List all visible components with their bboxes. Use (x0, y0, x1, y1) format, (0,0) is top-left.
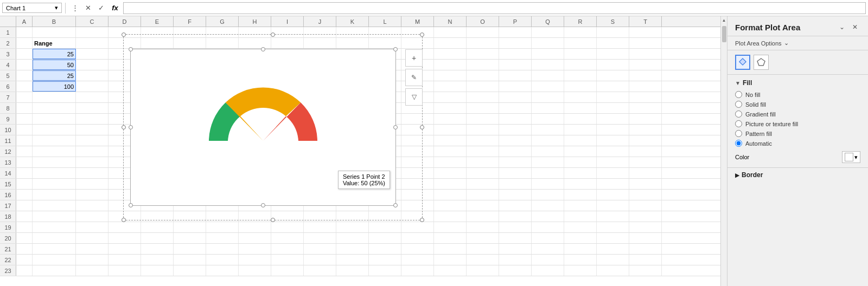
cancel-button[interactable]: ✕ (82, 2, 94, 14)
cell-d2[interactable] (108, 38, 141, 48)
cell-p3[interactable] (499, 49, 532, 59)
cell-l1[interactable] (369, 27, 401, 37)
panel-close-button[interactable]: ✕ (850, 22, 860, 32)
function-button[interactable]: fx (108, 2, 122, 14)
col-header-m[interactable]: M (401, 16, 434, 27)
cell-o3[interactable] (467, 49, 499, 59)
cell-k1[interactable] (336, 27, 369, 37)
col-header-q[interactable]: Q (532, 16, 564, 27)
cell-o4[interactable] (467, 60, 499, 70)
col-header-c[interactable]: C (76, 16, 108, 27)
cell-a5[interactable] (16, 70, 33, 81)
cell-t1[interactable] (629, 27, 662, 37)
cell-a2[interactable] (16, 38, 33, 48)
cell-t2[interactable] (629, 38, 662, 48)
cell-r3[interactable] (564, 49, 597, 59)
radio-solid-fill[interactable]: Solid fill (735, 101, 860, 108)
cell-r4[interactable] (564, 60, 597, 70)
cell-b5[interactable]: 25 (33, 70, 76, 81)
cell-f2[interactable] (174, 38, 206, 48)
color-picker-button[interactable]: ▾ (842, 151, 860, 163)
cell-c4[interactable] (76, 60, 108, 70)
cell-s3[interactable] (597, 49, 629, 59)
radio-picture-fill[interactable]: Picture or texture fill (735, 120, 860, 127)
cell-q1[interactable] (532, 27, 564, 37)
cell-s5[interactable] (597, 70, 629, 81)
cell-s6[interactable] (597, 81, 629, 92)
cell-b1[interactable] (33, 27, 76, 37)
cell-a3[interactable] (16, 49, 33, 59)
cell-r6[interactable] (564, 81, 597, 92)
col-header-b[interactable]: B (33, 16, 76, 27)
cell-b4[interactable]: 50 (33, 60, 76, 70)
fill-section-title[interactable]: ▼ Fill (735, 79, 860, 87)
cell-e1[interactable] (141, 27, 174, 37)
cell-p2[interactable] (499, 38, 532, 48)
col-header-t[interactable]: T (629, 16, 662, 27)
cell-e2[interactable] (141, 38, 174, 48)
cell-t3[interactable] (629, 49, 662, 59)
cell-h2[interactable] (239, 38, 271, 48)
cell-q3[interactable] (532, 49, 564, 59)
radio-no-fill-input[interactable] (735, 91, 742, 98)
cell-g2[interactable] (206, 38, 239, 48)
radio-gradient-fill-input[interactable] (735, 110, 742, 118)
col-header-l[interactable]: L (369, 16, 401, 27)
cell-q6[interactable] (532, 81, 564, 92)
cell-c2[interactable] (76, 38, 108, 48)
panel-tab-fill-icon[interactable] (735, 55, 750, 70)
col-header-a[interactable]: A (16, 16, 33, 27)
cell-r1[interactable] (564, 27, 597, 37)
cell-i1[interactable] (271, 27, 304, 37)
cell-t5[interactable] (629, 70, 662, 81)
chart-style-button[interactable]: ✎ (405, 69, 423, 86)
cell-n3[interactable] (434, 49, 467, 59)
scroll-up-button[interactable]: ▲ (721, 16, 727, 24)
cell-c3[interactable] (76, 49, 108, 59)
cell-s4[interactable] (597, 60, 629, 70)
cell-m1[interactable] (401, 27, 434, 37)
panel-sub-header[interactable]: Plot Area Options ⌄ (727, 36, 868, 50)
cell-k2[interactable] (336, 38, 369, 48)
cell-q2[interactable] (532, 38, 564, 48)
cell-m2[interactable] (401, 38, 434, 48)
col-header-r[interactable]: R (564, 16, 597, 27)
col-header-k[interactable]: K (336, 16, 369, 27)
scroll-thumb[interactable] (722, 26, 726, 42)
cell-p4[interactable] (499, 60, 532, 70)
cell-t6[interactable] (629, 81, 662, 92)
cell-s1[interactable] (597, 27, 629, 37)
cell-n5[interactable] (434, 70, 467, 81)
cell-b2[interactable]: Range (33, 38, 76, 48)
cell-p6[interactable] (499, 81, 532, 92)
cell-f1[interactable] (174, 27, 206, 37)
panel-tab-shape-icon[interactable] (754, 55, 769, 70)
confirm-button[interactable]: ✓ (95, 2, 107, 14)
cell-p5[interactable] (499, 70, 532, 81)
col-header-i[interactable]: I (271, 16, 304, 27)
cell-n2[interactable] (434, 38, 467, 48)
cell-l2[interactable] (369, 38, 401, 48)
name-box[interactable]: Chart 1 ▾ (2, 3, 62, 13)
cell-o1[interactable] (467, 27, 499, 37)
cell-t4[interactable] (629, 60, 662, 70)
cell-b6[interactable]: 100 (33, 81, 76, 92)
cell-n6[interactable] (434, 81, 467, 92)
cell-n1[interactable] (434, 27, 467, 37)
radio-solid-fill-input[interactable] (735, 101, 742, 108)
cell-d1[interactable] (108, 27, 141, 37)
col-header-p[interactable]: P (499, 16, 532, 27)
col-header-n[interactable]: N (434, 16, 467, 27)
cell-a4[interactable] (16, 60, 33, 70)
cell-j1[interactable] (304, 27, 336, 37)
formula-input[interactable] (123, 2, 866, 14)
cell-r2[interactable] (564, 38, 597, 48)
radio-pattern-fill-input[interactable] (735, 130, 742, 137)
col-header-j[interactable]: J (304, 16, 336, 27)
cell-q4[interactable] (532, 60, 564, 70)
cell-c1[interactable] (76, 27, 108, 37)
col-header-s[interactable]: S (597, 16, 629, 27)
col-header-f[interactable]: F (174, 16, 206, 27)
cell-c5[interactable] (76, 70, 108, 81)
col-header-e[interactable]: E (141, 16, 174, 27)
